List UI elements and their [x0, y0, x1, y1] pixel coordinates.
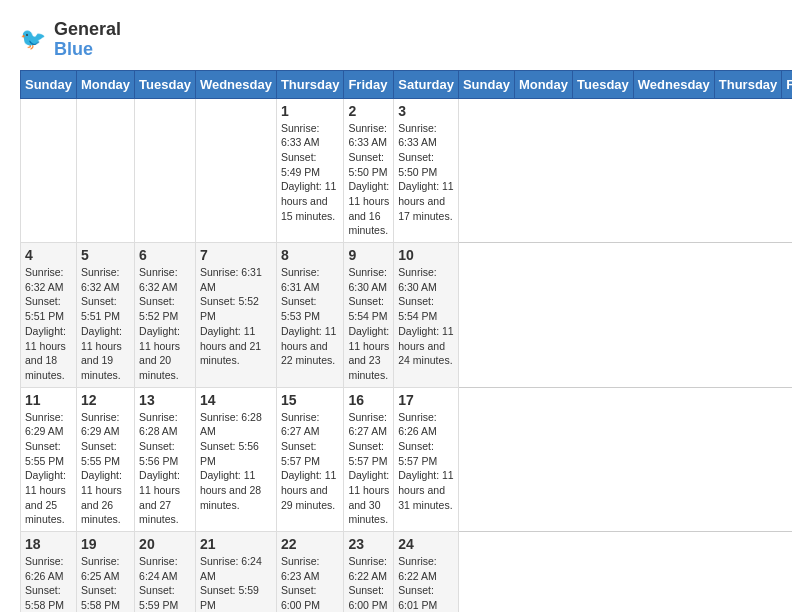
calendar-cell: 12Sunrise: 6:29 AMSunset: 5:55 PMDayligh… [76, 387, 134, 532]
day-info: Sunrise: 6:22 AMSunset: 6:01 PMDaylight:… [398, 554, 454, 612]
calendar-cell [21, 98, 77, 243]
header-tuesday: Tuesday [573, 70, 634, 98]
page-header: 🐦 General Blue [20, 20, 772, 60]
day-info: Sunrise: 6:32 AMSunset: 5:51 PMDaylight:… [81, 265, 130, 383]
day-number: 20 [139, 536, 191, 552]
day-number: 13 [139, 392, 191, 408]
day-number: 24 [398, 536, 454, 552]
header-monday: Monday [76, 70, 134, 98]
day-info: Sunrise: 6:33 AMSunset: 5:49 PMDaylight:… [281, 121, 340, 224]
day-number: 19 [81, 536, 130, 552]
calendar-cell [76, 98, 134, 243]
header-wednesday: Wednesday [195, 70, 276, 98]
day-number: 8 [281, 247, 340, 263]
day-number: 2 [348, 103, 389, 119]
day-info: Sunrise: 6:24 AMSunset: 5:59 PMDaylight:… [139, 554, 191, 612]
day-info: Sunrise: 6:32 AMSunset: 5:51 PMDaylight:… [25, 265, 72, 383]
calendar-cell: 11Sunrise: 6:29 AMSunset: 5:55 PMDayligh… [21, 387, 77, 532]
calendar-cell: 10Sunrise: 6:30 AMSunset: 5:54 PMDayligh… [394, 243, 459, 388]
header-thursday: Thursday [714, 70, 782, 98]
day-number: 12 [81, 392, 130, 408]
day-number: 1 [281, 103, 340, 119]
day-info: Sunrise: 6:29 AMSunset: 5:55 PMDaylight:… [25, 410, 72, 528]
header-friday: Friday [344, 70, 394, 98]
calendar-cell: 6Sunrise: 6:32 AMSunset: 5:52 PMDaylight… [135, 243, 196, 388]
week-row-2: 4Sunrise: 6:32 AMSunset: 5:51 PMDaylight… [21, 243, 793, 388]
day-info: Sunrise: 6:28 AMSunset: 5:56 PMDaylight:… [139, 410, 191, 528]
calendar-cell: 18Sunrise: 6:26 AMSunset: 5:58 PMDayligh… [21, 532, 77, 612]
day-number: 22 [281, 536, 340, 552]
week-row-3: 11Sunrise: 6:29 AMSunset: 5:55 PMDayligh… [21, 387, 793, 532]
day-info: Sunrise: 6:28 AMSunset: 5:56 PMDaylight:… [200, 410, 272, 513]
day-info: Sunrise: 6:27 AMSunset: 5:57 PMDaylight:… [281, 410, 340, 513]
calendar-cell: 21Sunrise: 6:24 AMSunset: 5:59 PMDayligh… [195, 532, 276, 612]
logo-bird-icon: 🐦 [20, 25, 50, 55]
calendar-cell: 7Sunrise: 6:31 AMSunset: 5:52 PMDaylight… [195, 243, 276, 388]
calendar-cell: 14Sunrise: 6:28 AMSunset: 5:56 PMDayligh… [195, 387, 276, 532]
calendar-cell: 5Sunrise: 6:32 AMSunset: 5:51 PMDaylight… [76, 243, 134, 388]
day-number: 21 [200, 536, 272, 552]
header-wednesday: Wednesday [633, 70, 714, 98]
svg-text:🐦: 🐦 [20, 26, 47, 52]
day-info: Sunrise: 6:25 AMSunset: 5:58 PMDaylight:… [81, 554, 130, 612]
logo: 🐦 General Blue [20, 20, 121, 60]
day-info: Sunrise: 6:32 AMSunset: 5:52 PMDaylight:… [139, 265, 191, 383]
calendar-table: SundayMondayTuesdayWednesdayThursdayFrid… [20, 70, 792, 612]
day-info: Sunrise: 6:22 AMSunset: 6:00 PMDaylight:… [348, 554, 389, 612]
day-info: Sunrise: 6:31 AMSunset: 5:52 PMDaylight:… [200, 265, 272, 368]
day-info: Sunrise: 6:30 AMSunset: 5:54 PMDaylight:… [398, 265, 454, 368]
calendar-cell: 4Sunrise: 6:32 AMSunset: 5:51 PMDaylight… [21, 243, 77, 388]
day-info: Sunrise: 6:33 AMSunset: 5:50 PMDaylight:… [348, 121, 389, 239]
calendar-cell: 20Sunrise: 6:24 AMSunset: 5:59 PMDayligh… [135, 532, 196, 612]
day-number: 3 [398, 103, 454, 119]
calendar-cell [135, 98, 196, 243]
day-number: 10 [398, 247, 454, 263]
calendar-cell: 8Sunrise: 6:31 AMSunset: 5:53 PMDaylight… [276, 243, 344, 388]
calendar-cell: 3Sunrise: 6:33 AMSunset: 5:50 PMDaylight… [394, 98, 459, 243]
day-info: Sunrise: 6:26 AMSunset: 5:58 PMDaylight:… [25, 554, 72, 612]
calendar-cell: 9Sunrise: 6:30 AMSunset: 5:54 PMDaylight… [344, 243, 394, 388]
day-number: 16 [348, 392, 389, 408]
logo-text: General Blue [54, 20, 121, 60]
week-row-1: 1Sunrise: 6:33 AMSunset: 5:49 PMDaylight… [21, 98, 793, 243]
calendar-cell: 19Sunrise: 6:25 AMSunset: 5:58 PMDayligh… [76, 532, 134, 612]
header-sunday: Sunday [21, 70, 77, 98]
calendar-cell: 13Sunrise: 6:28 AMSunset: 5:56 PMDayligh… [135, 387, 196, 532]
header-friday: Friday [782, 70, 792, 98]
day-number: 18 [25, 536, 72, 552]
day-number: 14 [200, 392, 272, 408]
day-number: 4 [25, 247, 72, 263]
day-info: Sunrise: 6:23 AMSunset: 6:00 PMDaylight:… [281, 554, 340, 612]
day-number: 5 [81, 247, 130, 263]
calendar-cell: 22Sunrise: 6:23 AMSunset: 6:00 PMDayligh… [276, 532, 344, 612]
calendar-cell: 23Sunrise: 6:22 AMSunset: 6:00 PMDayligh… [344, 532, 394, 612]
calendar-cell: 15Sunrise: 6:27 AMSunset: 5:57 PMDayligh… [276, 387, 344, 532]
day-info: Sunrise: 6:27 AMSunset: 5:57 PMDaylight:… [348, 410, 389, 528]
day-info: Sunrise: 6:31 AMSunset: 5:53 PMDaylight:… [281, 265, 340, 368]
calendar-cell: 24Sunrise: 6:22 AMSunset: 6:01 PMDayligh… [394, 532, 459, 612]
day-info: Sunrise: 6:33 AMSunset: 5:50 PMDaylight:… [398, 121, 454, 224]
day-number: 17 [398, 392, 454, 408]
day-number: 9 [348, 247, 389, 263]
calendar-cell [195, 98, 276, 243]
day-info: Sunrise: 6:29 AMSunset: 5:55 PMDaylight:… [81, 410, 130, 528]
header-tuesday: Tuesday [135, 70, 196, 98]
calendar-cell: 1Sunrise: 6:33 AMSunset: 5:49 PMDaylight… [276, 98, 344, 243]
header-thursday: Thursday [276, 70, 344, 98]
day-number: 11 [25, 392, 72, 408]
day-number: 15 [281, 392, 340, 408]
day-info: Sunrise: 6:26 AMSunset: 5:57 PMDaylight:… [398, 410, 454, 513]
day-number: 7 [200, 247, 272, 263]
header-monday: Monday [514, 70, 572, 98]
calendar-header-row: SundayMondayTuesdayWednesdayThursdayFrid… [21, 70, 793, 98]
day-info: Sunrise: 6:24 AMSunset: 5:59 PMDaylight:… [200, 554, 272, 612]
day-number: 6 [139, 247, 191, 263]
calendar-cell: 2Sunrise: 6:33 AMSunset: 5:50 PMDaylight… [344, 98, 394, 243]
header-saturday: Saturday [394, 70, 459, 98]
calendar-cell: 17Sunrise: 6:26 AMSunset: 5:57 PMDayligh… [394, 387, 459, 532]
header-sunday: Sunday [458, 70, 514, 98]
week-row-4: 18Sunrise: 6:26 AMSunset: 5:58 PMDayligh… [21, 532, 793, 612]
day-number: 23 [348, 536, 389, 552]
day-info: Sunrise: 6:30 AMSunset: 5:54 PMDaylight:… [348, 265, 389, 383]
calendar-cell: 16Sunrise: 6:27 AMSunset: 5:57 PMDayligh… [344, 387, 394, 532]
